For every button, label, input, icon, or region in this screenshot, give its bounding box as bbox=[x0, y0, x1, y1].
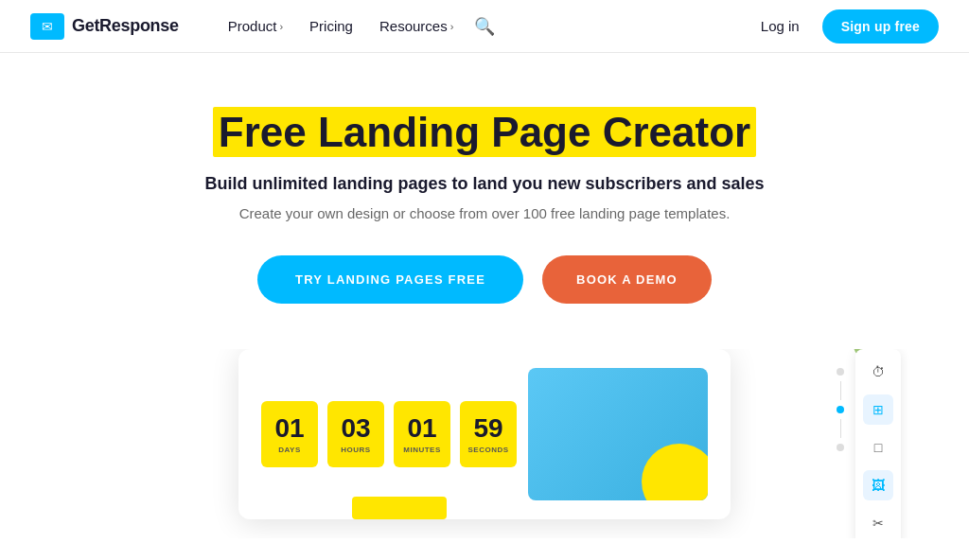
timeline-line bbox=[840, 419, 841, 438]
nav-actions: Log in Sign up free bbox=[749, 9, 939, 44]
nav-resources-label: Resources bbox=[379, 18, 448, 34]
countdown-minutes: 01 MINUTES bbox=[394, 401, 450, 467]
nav-item-resources[interactable]: Resources › bbox=[368, 12, 465, 40]
preview-card: 01 DAYS 03 HOURS 01 MINUTES 59 SECONDS bbox=[238, 349, 731, 519]
hero-title: Free Landing Page Creator bbox=[213, 110, 756, 155]
hero-title-highlight: Free Landing Page Creator bbox=[213, 107, 756, 157]
timeline-dot bbox=[837, 368, 844, 376]
hero-subtitle: Build unlimited landing pages to land yo… bbox=[204, 174, 764, 194]
countdown-days: 01 DAYS bbox=[261, 401, 318, 467]
yellow-bar bbox=[352, 497, 447, 519]
hero-cta: TRY LANDING PAGES FREE BOOK A DEMO bbox=[257, 255, 712, 304]
layout-icon[interactable]: ⊞ bbox=[863, 394, 893, 425]
map-circle bbox=[642, 444, 708, 500]
hero-section: Free Landing Page Creator Build unlimite… bbox=[0, 53, 969, 560]
nav-links: Product › Pricing Resources › 🔍 bbox=[217, 10, 749, 43]
login-button[interactable]: Log in bbox=[749, 12, 811, 40]
chevron-down-icon: › bbox=[450, 21, 454, 32]
book-demo-button[interactable]: BOOK A DEMO bbox=[542, 255, 712, 304]
chevron-down-icon: › bbox=[279, 21, 283, 32]
nav-item-pricing[interactable]: Pricing bbox=[298, 12, 364, 40]
nav-product-label: Product bbox=[228, 18, 277, 34]
nav-pricing-label: Pricing bbox=[309, 18, 353, 34]
preview-container: 01 DAYS 03 HOURS 01 MINUTES 59 SECONDS bbox=[30, 349, 939, 538]
box-icon[interactable]: □ bbox=[863, 432, 893, 463]
navbar: GetResponse Product › Pricing Resources … bbox=[0, 0, 969, 53]
tools-panel: ⏱ ⊞ □ 🖼 ✂ bbox=[855, 349, 901, 538]
search-icon[interactable]: 🔍 bbox=[468, 10, 501, 43]
logo-icon bbox=[30, 13, 64, 40]
map-area bbox=[528, 368, 708, 500]
countdown-hours: 03 HOURS bbox=[327, 401, 384, 467]
timer-icon[interactable]: ⏱ bbox=[863, 357, 893, 387]
logo-text: GetResponse bbox=[72, 16, 179, 36]
timeline bbox=[837, 368, 844, 451]
settings-icon[interactable]: ✂ bbox=[863, 508, 893, 538]
timeline-line bbox=[840, 381, 841, 400]
countdown-seconds: 59 SECONDS bbox=[460, 401, 517, 467]
logo[interactable]: GetResponse bbox=[30, 13, 179, 40]
image-icon[interactable]: 🖼 bbox=[863, 470, 893, 500]
nav-item-product[interactable]: Product › bbox=[217, 12, 294, 40]
countdown: 01 DAYS 03 HOURS 01 MINUTES 59 SECONDS bbox=[261, 401, 517, 467]
timeline-dot bbox=[837, 444, 844, 451]
hero-desc: Create your own design or choose from ov… bbox=[239, 205, 731, 221]
try-free-button[interactable]: TRY LANDING PAGES FREE bbox=[257, 255, 523, 304]
signup-button[interactable]: Sign up free bbox=[822, 9, 939, 44]
timeline-dot-active bbox=[837, 406, 844, 413]
